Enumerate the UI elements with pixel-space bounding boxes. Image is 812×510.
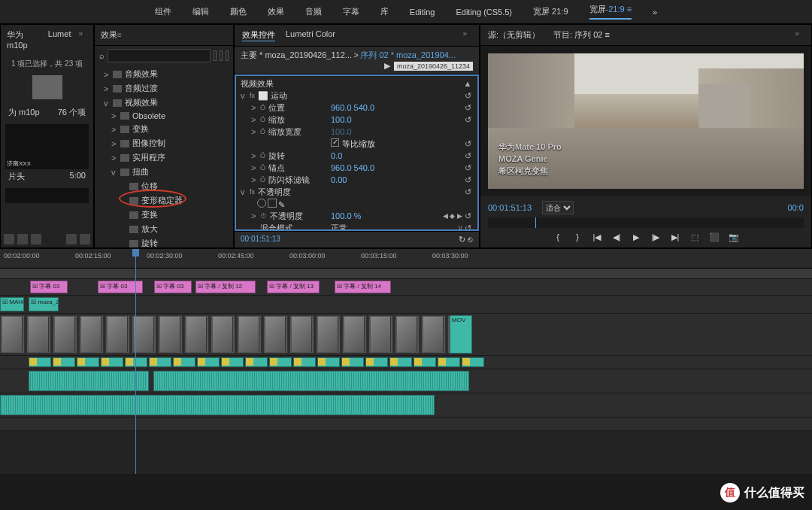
program-mini-timeline[interactable] bbox=[488, 217, 804, 228]
timeline-clip[interactable] bbox=[149, 357, 171, 367]
extract-icon[interactable]: ⬛ bbox=[707, 231, 721, 243]
stopwatch-icon[interactable]: Ö bbox=[260, 152, 265, 159]
trash-icon[interactable] bbox=[80, 234, 90, 244]
mark-in-icon[interactable]: { bbox=[551, 231, 565, 243]
reset-icon[interactable]: ↺ bbox=[462, 187, 473, 197]
timeline-clip[interactable] bbox=[105, 315, 130, 354]
audio-clip[interactable] bbox=[153, 371, 469, 391]
timeline-clip[interactable]: ☒ 字幕 03 bbox=[30, 281, 68, 293]
stopwatch-icon[interactable]: ⏱ bbox=[260, 212, 267, 220]
effect-tree-item[interactable]: >变换 bbox=[98, 122, 230, 136]
freeform-view-icon[interactable] bbox=[31, 234, 41, 244]
track-v2[interactable]: ☒ MAH0782☒ moza_20 bbox=[0, 296, 812, 314]
timeline-clip[interactable]: ☒ MAH0782 bbox=[0, 297, 24, 311]
effects-tab[interactable]: 效果 bbox=[101, 30, 117, 39]
panel-menu-icon[interactable]: » bbox=[78, 29, 87, 50]
mark-out-icon[interactable]: } bbox=[571, 231, 584, 243]
timeline-clip[interactable] bbox=[173, 357, 195, 367]
timeline-clip[interactable]: ☒ 字幕 03 bbox=[98, 281, 143, 293]
reset-icon[interactable]: ↺ bbox=[462, 91, 473, 101]
menu-item[interactable]: 字幕 bbox=[343, 6, 359, 17]
workspace-active[interactable]: 宽屏-21:9 ≡ bbox=[589, 4, 632, 20]
program-video-frame[interactable]: 华为Mate 10 Pro MOZA Genie 希区柯克变焦 bbox=[488, 53, 804, 189]
timeline-clip[interactable] bbox=[316, 315, 341, 354]
stopwatch-icon[interactable]: Ö bbox=[260, 128, 265, 135]
timeline-clip[interactable] bbox=[368, 315, 393, 354]
project-tab[interactable]: 华为 m10p bbox=[7, 29, 41, 50]
program-tab[interactable]: 节目: 序列 02 ≡ bbox=[553, 29, 610, 41]
timeline-clip[interactable] bbox=[365, 357, 388, 367]
prop-value[interactable]: 960.0 540.0 bbox=[331, 163, 462, 172]
effects-search-input[interactable] bbox=[108, 49, 211, 62]
new-item-icon[interactable] bbox=[66, 234, 77, 244]
lumetri-tab[interactable]: Lumet bbox=[48, 29, 71, 50]
timeline-clip[interactable]: ☒ 字幕 / 复制 14 bbox=[335, 281, 391, 293]
timeline-clip[interactable] bbox=[211, 315, 235, 354]
effect-tree-item[interactable]: 变形稳定器 bbox=[98, 193, 230, 208]
bin-icon[interactable] bbox=[32, 75, 62, 99]
effect-tree-item[interactable]: >图像控制 bbox=[98, 136, 230, 150]
stopwatch-icon[interactable]: Ö bbox=[260, 164, 265, 172]
timeline-clip[interactable] bbox=[289, 315, 314, 354]
effect-tree-item[interactable]: >实用程序 bbox=[98, 150, 230, 165]
effect-tree-item[interactable]: 位移 bbox=[98, 179, 230, 193]
timeline-clip[interactable] bbox=[26, 315, 51, 354]
effect-tree-item[interactable]: 放大 bbox=[98, 222, 230, 236]
track-a1[interactable] bbox=[0, 369, 812, 393]
workspace-overflow[interactable]: » bbox=[653, 8, 657, 17]
effect-controls-tab[interactable]: 效果控件 bbox=[242, 29, 275, 41]
ec-timecode[interactable]: 00:01:51:13 bbox=[241, 235, 280, 244]
prop-value[interactable]: 100.0 bbox=[331, 127, 462, 136]
track-a3[interactable] bbox=[0, 417, 812, 431]
prop-value[interactable]: 0.00 bbox=[331, 175, 462, 184]
effect-tree-item[interactable]: 旋转 bbox=[98, 236, 230, 247]
reset-icon[interactable]: ↺ bbox=[462, 223, 473, 232]
panel-menu-icon[interactable]: ≡ bbox=[117, 31, 126, 39]
opacity-header[interactable]: 不透明度 bbox=[258, 187, 291, 198]
timeline-clip[interactable] bbox=[317, 357, 340, 367]
marker-track[interactable] bbox=[0, 269, 812, 279]
timeline-clip[interactable] bbox=[29, 357, 51, 367]
play-icon[interactable]: ▶ bbox=[629, 231, 643, 243]
time-ruler[interactable]: 00:02:00:0000:02:15:0000:02:30:0000:02:4… bbox=[0, 249, 812, 269]
menu-item[interactable]: Editing bbox=[410, 8, 435, 17]
effect-tree-item[interactable]: v扭曲 bbox=[98, 165, 230, 179]
timeline-clip[interactable] bbox=[395, 315, 420, 354]
program-timecode[interactable]: 00:01:51:13 bbox=[488, 203, 532, 212]
track-v3[interactable]: ☒ 字幕 03☒ 字幕 03☒ 字幕 03☒ 字幕 / 复制 12☒ 字幕 / … bbox=[0, 279, 812, 296]
menu-item[interactable]: 库 bbox=[380, 6, 389, 17]
menu-item[interactable]: 颜色 bbox=[230, 6, 247, 17]
export-frame-icon[interactable]: 📷 bbox=[727, 231, 741, 243]
timeline-clip[interactable] bbox=[79, 315, 104, 354]
timeline-clip[interactable] bbox=[197, 357, 220, 367]
go-in-icon[interactable]: |◀ bbox=[590, 231, 604, 243]
effect-tree-item[interactable]: v视频效果 bbox=[98, 96, 230, 110]
track-v1-fx[interactable] bbox=[0, 356, 812, 369]
timeline-clip[interactable] bbox=[53, 315, 77, 354]
fx-badge-icon[interactable] bbox=[220, 50, 223, 61]
playhead[interactable] bbox=[135, 249, 136, 474]
timeline-clip[interactable] bbox=[293, 357, 316, 367]
timeline-clip[interactable]: ☒ 字幕 / 复制 12 bbox=[195, 281, 256, 293]
timeline-clip[interactable] bbox=[414, 357, 436, 367]
reset-icon[interactable]: ↺ bbox=[462, 103, 473, 113]
fx-badge-icon[interactable] bbox=[214, 50, 217, 61]
timeline-clip[interactable] bbox=[342, 315, 367, 354]
reset-icon[interactable]: ↺ bbox=[462, 151, 473, 161]
timeline-clip[interactable] bbox=[245, 357, 268, 367]
menu-item[interactable]: 编辑 bbox=[192, 6, 209, 17]
motion-header[interactable]: ⬜ 运动 bbox=[258, 90, 287, 102]
reset-icon[interactable]: ↺ bbox=[462, 115, 473, 125]
timeline-clip[interactable] bbox=[462, 357, 484, 367]
timeline-clip[interactable] bbox=[341, 357, 364, 367]
stopwatch-icon[interactable]: Ö bbox=[260, 176, 265, 184]
timeline-clip[interactable] bbox=[53, 357, 75, 367]
timeline-clip[interactable] bbox=[0, 315, 25, 354]
effect-tree-item[interactable]: >Obsolete bbox=[98, 110, 230, 122]
panel-menu-icon[interactable]: » bbox=[462, 29, 471, 41]
timeline-clip[interactable] bbox=[421, 315, 446, 354]
reset-icon[interactable]: ↺ bbox=[462, 139, 473, 149]
menu-item[interactable]: Editing (CS5.5) bbox=[456, 8, 512, 17]
timeline-clip[interactable] bbox=[237, 315, 262, 354]
effect-tree-item[interactable]: 变换 bbox=[98, 208, 230, 222]
